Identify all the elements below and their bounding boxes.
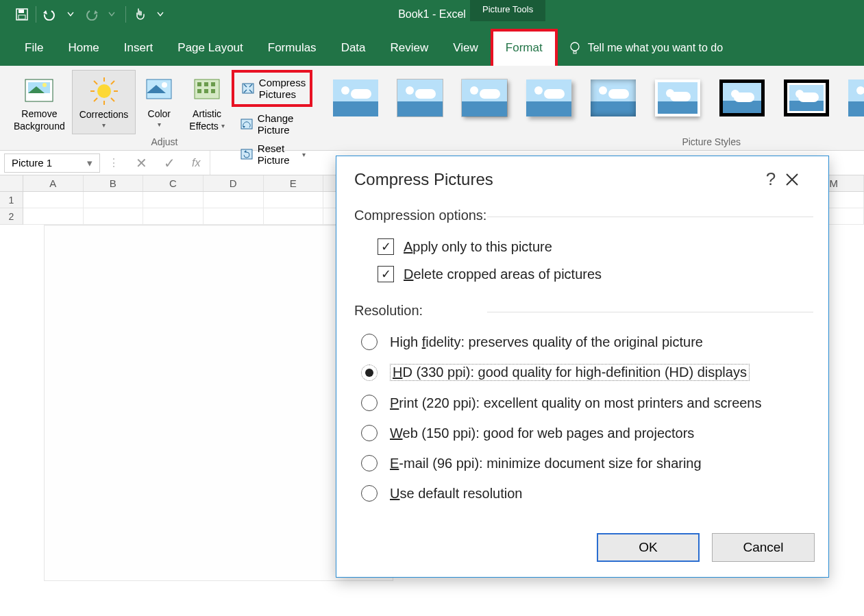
cell[interactable] [143,208,203,225]
change-picture-button[interactable]: Change Picture [237,111,308,137]
chevron-down-icon[interactable] [62,5,79,24]
chk-apply-label: Apply only to this picture [404,239,552,255]
radio-print-220[interactable]: Print (220 ppi): excellent quality on mo… [361,388,812,418]
compress-pictures-dialog: Compress Pictures ? Compression options:… [336,156,829,578]
chevron-down-icon: ▾ [158,121,161,129]
tab-home[interactable]: Home [55,32,111,66]
separator [125,6,126,23]
color-button[interactable]: Color ▾ [136,70,182,133]
chevron-down-icon[interactable] [152,5,169,24]
cell[interactable] [203,208,264,225]
style-thumb-2[interactable] [397,79,443,116]
undo-icon[interactable] [42,5,58,24]
cancel-formula-icon[interactable]: ✕ [136,155,147,171]
name-box[interactable]: Picture 1 ▾ [4,153,100,173]
chk-delete-cropped[interactable]: ✓ Delete cropped areas of pictures [378,260,812,288]
fx-icon[interactable]: fx [192,157,200,169]
tab-review[interactable]: Review [378,32,441,66]
svg-point-7 [42,83,47,87]
compress-icon [241,82,255,95]
remove-background-button[interactable]: Remove Background [7,70,72,136]
col-A[interactable]: A [23,175,84,191]
tab-file[interactable]: File [12,32,55,66]
cell[interactable] [143,192,203,208]
quick-access-toolbar [0,5,169,24]
tab-format[interactable]: Format [493,32,555,66]
cell[interactable] [264,208,324,225]
corrections-button[interactable]: Corrections ▾ [72,70,136,134]
cancel-button[interactable]: Cancel [712,533,815,562]
svg-rect-23 [197,89,201,93]
compress-pictures-button[interactable]: Compress Pictures [234,73,310,104]
tab-formulas[interactable]: Formulas [256,32,329,66]
svg-line-16 [94,98,97,101]
context-tab-label: Picture Tools [470,0,545,21]
svg-point-18 [162,82,167,88]
svg-rect-1 [18,10,24,13]
style-thumb-9[interactable] [848,79,864,116]
col-D[interactable]: D [203,175,264,191]
cell[interactable] [23,192,84,208]
enter-formula-icon[interactable]: ✓ [164,155,175,171]
remove-bg-label-1: Remove [21,108,57,119]
cell[interactable] [23,208,84,225]
close-icon[interactable] [785,172,812,187]
cell[interactable] [84,208,144,225]
touch-mode-icon[interactable] [132,5,148,24]
compress-label: Compress Pictures [259,77,306,100]
chevron-down-icon[interactable]: ▾ [87,157,92,169]
select-all-corner[interactable] [0,175,23,191]
tab-page-layout[interactable]: Page Layout [165,32,255,66]
chevron-down-icon: ▾ [102,121,106,130]
tellme-search[interactable]: Tell me what you want to do [569,41,723,66]
col-C[interactable]: C [143,175,203,191]
dialog-titlebar: Compress Pictures ? [336,156,828,205]
change-picture-label: Change Picture [258,112,306,136]
compress-highlight: Compress Pictures [232,70,312,107]
redo-icon[interactable] [83,5,99,24]
style-thumb-6[interactable] [655,79,700,116]
artistic-label-2: Effects [189,121,219,132]
svg-point-8 [97,84,111,98]
ribbon-tabs: File Home Insert Page Layout Formulas Da… [0,29,864,66]
radio-email-96[interactable]: E-mail (96 ppi): minimize document size … [361,448,812,478]
group-styles-label: Picture Styles [682,136,741,147]
cell[interactable] [84,192,144,208]
radio-web-150[interactable]: Web (150 ppi): good for web pages and pr… [361,418,812,448]
chevron-down-icon[interactable] [103,5,120,24]
drag-handle-icon[interactable]: ⋮ [104,156,123,169]
tab-view[interactable]: View [441,32,491,66]
help-button[interactable]: ? [757,169,785,190]
cell[interactable] [203,192,264,208]
chk-apply-only[interactable]: ✓ Apply only to this picture [378,233,812,260]
section-compression-options: Compression options: [336,205,828,227]
radio-high-fidelity[interactable]: High fidelity: preserves quality of the … [361,327,812,357]
cell[interactable] [264,192,324,208]
col-E[interactable]: E [264,175,324,191]
style-thumb-4[interactable] [526,79,571,116]
radio-selected-icon [361,365,378,381]
radio-default-resolution[interactable]: Use default resolution [361,478,812,508]
tab-data[interactable]: Data [329,32,378,66]
radio-high-label: High fidelity: preserves quality of the … [390,334,703,350]
reset-picture-button[interactable]: Reset Picture ▾ [237,141,308,167]
tab-insert[interactable]: Insert [112,32,166,66]
artistic-effects-button[interactable]: Artistic Effects▾ [182,70,232,136]
resolution-options: High fidelity: preserves quality of the … [336,323,828,525]
col-B[interactable]: B [84,175,144,191]
radio-icon [361,425,378,441]
save-icon[interactable] [14,5,30,24]
rowhead-2[interactable]: 2 [0,208,23,225]
radio-icon [361,485,378,502]
rowhead-1[interactable]: 1 [0,192,23,208]
radio-hd-330[interactable]: HD (330 ppi): good quality for high-defi… [361,357,812,388]
style-thumb-7[interactable] [719,79,765,116]
style-thumb-1[interactable] [333,79,378,116]
style-thumb-5[interactable] [591,79,636,116]
ok-button[interactable]: OK [597,533,700,562]
style-thumb-8[interactable] [784,79,829,116]
style-thumb-3[interactable] [462,79,507,116]
checkbox-checked-icon: ✓ [378,238,394,255]
adjust-small-buttons: Compress Pictures Change Picture Reset P… [232,70,312,167]
svg-rect-2 [18,15,25,19]
